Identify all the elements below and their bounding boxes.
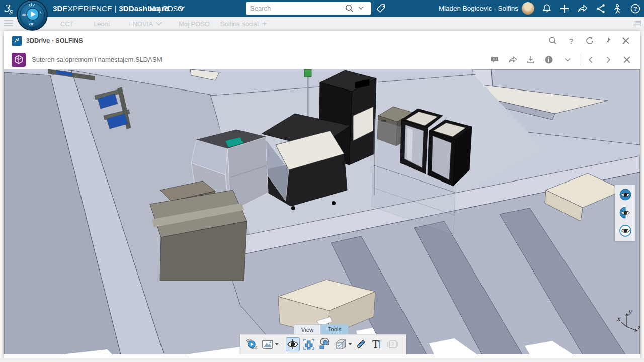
top-bar: 3 s 3DEXPERIENCE | 3DDashboard Moj POSO …	[0, 0, 644, 17]
tab-cct[interactable]: CCT	[60, 20, 74, 28]
search-input[interactable]	[250, 2, 336, 15]
axis-triad: x y z	[613, 309, 640, 334]
slideshow-tool-disabled: 2	[386, 337, 400, 351]
svg-text:?: ?	[569, 37, 573, 45]
comments-icon[interactable]	[490, 55, 499, 64]
next-icon[interactable]	[604, 55, 613, 64]
pin-icon[interactable]	[603, 36, 612, 45]
capture-dropdown-caret[interactable]	[275, 343, 279, 346]
document-title: Suteren sa opremom i namestajem.SLDASM	[32, 56, 162, 63]
window-help-icon[interactable]: ?	[567, 36, 576, 45]
3dexperience-compass-logo[interactable]: 3D V,R	[17, 0, 48, 31]
visibility-panel	[615, 185, 635, 241]
fit-all-tool[interactable]	[302, 337, 316, 351]
tab-moj-poso[interactable]: Moj POSO	[179, 20, 210, 28]
menu-hamburger-icon[interactable]	[4, 20, 13, 27]
window-close-icon[interactable]	[621, 36, 630, 45]
tab-view[interactable]: View	[294, 324, 321, 335]
3ddrive-window: 3DDrive - SOLFINS ? Suteren sa opremom i…	[4, 31, 640, 358]
show-partial-eye-icon[interactable]	[618, 205, 633, 221]
section-tool[interactable]	[334, 337, 348, 351]
notifications-bell-icon[interactable]	[541, 3, 552, 14]
svg-text:V,R: V,R	[29, 23, 33, 26]
window-search-icon[interactable]	[548, 36, 557, 45]
capture-image-tool[interactable]	[261, 337, 275, 351]
tab-enovia-chevron-icon[interactable]	[156, 22, 162, 26]
download-icon[interactable]	[526, 55, 535, 64]
3ddrive-app-icon	[12, 36, 22, 46]
dashboard-chevron-down-icon[interactable]	[179, 6, 185, 10]
add-tab-button[interactable]: +	[262, 19, 267, 29]
svg-text:?: ?	[633, 6, 637, 12]
previous-icon[interactable]	[586, 55, 595, 64]
3d-viewport-scene[interactable]	[4, 69, 640, 354]
svg-text:y: y	[628, 309, 633, 315]
tab-leoni[interactable]: Leoni	[94, 20, 110, 28]
viewer-close-icon[interactable]	[622, 55, 631, 64]
more-chevron-down-icon[interactable]	[563, 55, 572, 64]
share-nodes-icon[interactable]	[595, 3, 606, 14]
dashboard-name[interactable]: Moj POSO	[149, 5, 183, 13]
tag-icon[interactable]	[376, 3, 386, 14]
viewer-toolbar: T 2	[240, 334, 406, 354]
document-toolbar: Suteren sa opremom i namestajem.SLDASM	[4, 50, 640, 69]
3ds-user-compass-icon[interactable]	[613, 3, 624, 14]
add-content-plus-icon[interactable]	[559, 3, 570, 14]
tab-solfins-social[interactable]: Solfins social	[220, 20, 259, 28]
page: { "colors": { "topbar_bg": "#0f5680", "a…	[0, 0, 644, 362]
user-name[interactable]: Mladen Bogicevic - Solfins	[439, 5, 518, 12]
window-title: 3DDrive - SOLFINS	[26, 37, 83, 44]
show-all-eye-icon[interactable]	[618, 187, 633, 203]
show-none-eye-icon[interactable]	[618, 223, 633, 239]
section-dropdown-caret[interactable]	[348, 343, 352, 346]
tab-tools[interactable]: Tools	[321, 324, 348, 335]
viewer-tab-strip: View Tools	[294, 324, 348, 335]
share-icon[interactable]	[508, 55, 517, 64]
refresh-icon[interactable]	[585, 36, 594, 45]
svg-text:z: z	[637, 324, 640, 331]
dashboard-tab-bar: CCT Leoni ENOVIA Moj POSO Solfins social…	[0, 17, 644, 31]
svg-text:2: 2	[391, 342, 394, 347]
measure-tool[interactable]	[318, 337, 332, 351]
svg-text:s: s	[9, 7, 13, 16]
hide-show-tool[interactable]	[286, 337, 300, 351]
tab-enovia[interactable]: ENOVIA	[128, 20, 153, 28]
panel-toggle-icon[interactable]	[634, 21, 641, 26]
search-options-chevron-icon[interactable]	[358, 6, 364, 10]
markup-pencil-tool[interactable]	[354, 337, 368, 351]
assembly-cube-icon	[12, 53, 26, 67]
3d-viewport[interactable]: x y z View Tools	[4, 69, 640, 354]
search-icon[interactable]	[345, 4, 354, 13]
avatar[interactable]	[522, 2, 534, 15]
text-annotation-tool[interactable]: T	[370, 337, 384, 351]
svg-text:3D: 3D	[22, 13, 26, 17]
search-box	[246, 2, 371, 15]
divider	[580, 54, 580, 66]
help-icon[interactable]: ?	[630, 3, 641, 14]
modal-footer	[4, 354, 640, 358]
window-header: 3DDrive - SOLFINS ?	[4, 31, 640, 50]
svg-text:x: x	[617, 315, 621, 322]
svg-text:T: T	[372, 338, 379, 350]
dassault-3ds-logo[interactable]: 3 s	[3, 1, 18, 16]
3dplay-tool[interactable]	[245, 337, 259, 351]
toolbar-separator	[282, 338, 282, 351]
share-forward-icon[interactable]	[577, 3, 588, 14]
info-icon[interactable]	[544, 55, 553, 64]
page-bottom-strip	[0, 358, 644, 362]
